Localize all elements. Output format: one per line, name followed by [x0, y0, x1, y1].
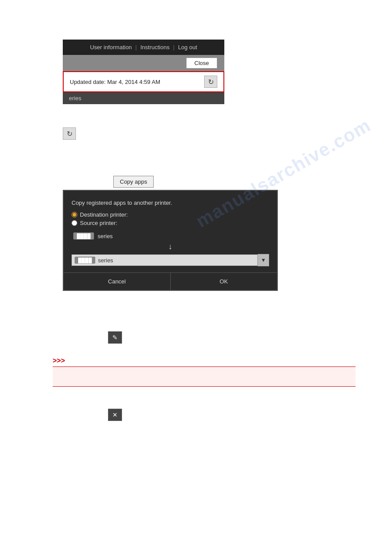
user-info-link[interactable]: User information — [86, 43, 135, 51]
source-series-label: series — [97, 233, 113, 239]
nav-bar: User information | Instructions | Log ou… — [63, 40, 224, 55]
dest-select-display[interactable]: ████ series — [72, 254, 258, 266]
delete-button[interactable]: ✕ — [108, 409, 122, 421]
dest-series-text: series — [98, 257, 113, 264]
dialog-footer: Cancel OK — [64, 272, 277, 290]
destination-dropdown: ████ series ▼ — [72, 254, 269, 266]
dialog-cancel-button[interactable]: Cancel — [64, 273, 171, 290]
note-section: >>> — [53, 357, 356, 387]
dest-series-pill: ████ — [75, 257, 95, 264]
source-series-row: ████ series — [72, 232, 269, 239]
note-box — [53, 366, 356, 387]
logout-link[interactable]: Log out — [175, 43, 201, 51]
update-bar: Updated date: Mar 4, 2014 4:59 AM ↻ — [63, 71, 224, 92]
standalone-refresh-section: ↻ — [63, 127, 76, 140]
destination-label: Destination printer: — [80, 211, 128, 218]
dropdown-arrow-button[interactable]: ▼ — [258, 254, 269, 266]
dialog-title: Copy registered apps to another printer. — [72, 200, 269, 206]
refresh-button[interactable]: ↻ — [204, 76, 217, 88]
close-bar: Close — [63, 55, 224, 71]
dialog-ok-button[interactable]: OK — [171, 273, 277, 290]
delete-button-section: ✕ — [108, 409, 122, 421]
updated-date-text: Updated date: Mar 4, 2014 4:59 AM — [70, 79, 160, 85]
arrow-down-icon: ↓ — [72, 242, 269, 251]
source-radio-row: Source printer: — [72, 220, 269, 226]
destination-radio[interactable] — [72, 212, 77, 218]
edit-button-section: ✎ — [108, 331, 122, 344]
instructions-link[interactable]: Instructions — [137, 43, 173, 51]
copy-apps-dialog: Copy registered apps to another printer.… — [63, 190, 278, 291]
close-button[interactable]: Close — [186, 58, 217, 69]
copy-apps-section: Copy apps — [113, 176, 154, 188]
dialog-box: Copy registered apps to another printer.… — [63, 190, 278, 291]
note-chevrons-icon: >>> — [53, 357, 65, 365]
edit-button[interactable]: ✎ — [108, 331, 122, 344]
copy-apps-button[interactable]: Copy apps — [113, 176, 154, 188]
nav-screenshot-section: User information | Instructions | Log ou… — [63, 40, 224, 104]
note-arrow-row: >>> — [53, 357, 356, 365]
standalone-refresh-button[interactable]: ↻ — [63, 127, 76, 140]
source-radio[interactable] — [72, 220, 77, 226]
destination-radio-row: Destination printer: — [72, 211, 269, 218]
source-label: Source printer: — [80, 220, 117, 226]
series-bar-label: eries — [63, 92, 224, 104]
source-series-pill: ████ — [73, 232, 94, 239]
